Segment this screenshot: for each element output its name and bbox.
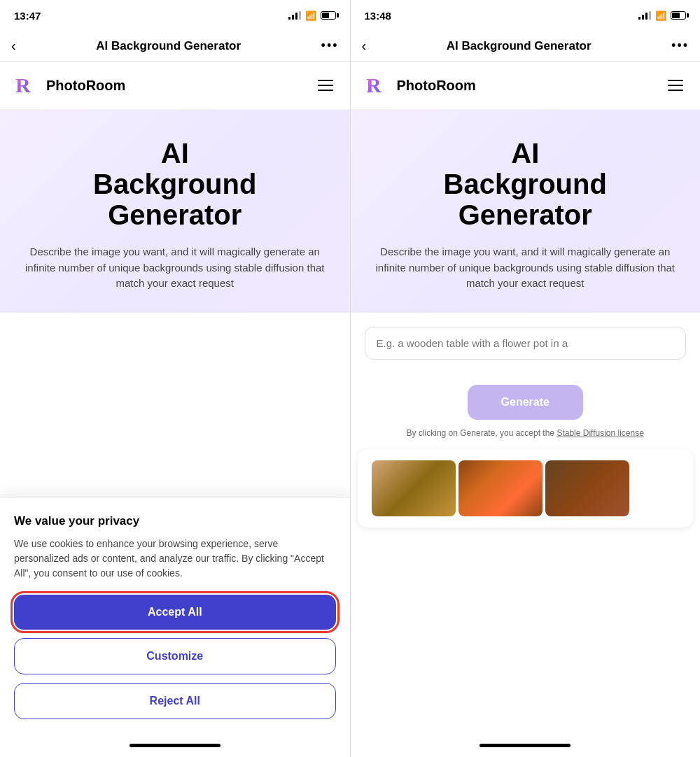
home-bar-right: [479, 744, 570, 747]
generate-notice-text: By clicking on Generate, you accept the: [407, 428, 557, 438]
app-logo-left: R PhotoRoom: [14, 73, 125, 98]
stable-diffusion-link[interactable]: Stable Diffusion license: [556, 428, 644, 438]
more-button-right[interactable]: •••: [671, 38, 689, 53]
photoroom-logo-icon-right: R: [365, 73, 390, 98]
reject-all-button[interactable]: Reject All: [14, 683, 336, 719]
nav-title-right: AI Background Generator: [447, 39, 592, 53]
generate-section: Generate By clicking on Generate, you ac…: [351, 374, 701, 449]
status-indicators-left: 📶: [288, 10, 336, 21]
svg-text:R: R: [15, 73, 31, 97]
app-name-right: PhotoRoom: [397, 78, 476, 94]
svg-text:R: R: [366, 73, 382, 97]
right-panel: 13:48 📶 ‹ AI Background Generator •••: [351, 0, 701, 757]
image-thumb-3[interactable]: [545, 460, 629, 516]
signal-icon: [288, 11, 301, 20]
generate-button[interactable]: Generate: [468, 385, 583, 420]
battery-icon: [321, 11, 336, 20]
home-indicator-left: [0, 733, 350, 757]
menu-button-left[interactable]: [315, 77, 336, 94]
home-bar-left: [130, 744, 220, 747]
battery-icon-right: [671, 11, 686, 20]
home-indicator-right: [351, 733, 701, 757]
photoroom-logo-icon: R: [14, 73, 39, 98]
cookie-banner-title: We value your privacy: [14, 514, 336, 528]
page-content-left: AIBackgroundGenerator Describe the image…: [0, 110, 350, 733]
hero-section-left: AIBackgroundGenerator Describe the image…: [0, 110, 350, 313]
hero-title-left: AIBackgroundGenerator: [21, 138, 329, 230]
back-button-right[interactable]: ‹: [362, 38, 367, 54]
cookie-banner-text: We use cookies to enhance your browsing …: [14, 537, 336, 581]
hero-desc-left: Describe the image you want, and it will…: [21, 244, 329, 292]
status-bar-right: 13:48 📶: [351, 0, 701, 31]
hero-title-right: AIBackgroundGenerator: [372, 138, 680, 230]
generate-notice: By clicking on Generate, you accept the …: [407, 428, 644, 438]
menu-button-right[interactable]: [665, 77, 686, 94]
time-right: 13:48: [365, 10, 391, 22]
signal-icon-right: [638, 11, 651, 20]
time-left: 13:47: [14, 10, 41, 22]
page-content-right: AIBackgroundGenerator Describe the image…: [351, 110, 701, 733]
hero-section-right: AIBackgroundGenerator Describe the image…: [351, 110, 701, 313]
customize-button[interactable]: Customize: [14, 638, 336, 674]
app-name-left: PhotoRoom: [46, 78, 125, 94]
image-grid: [358, 449, 694, 528]
more-button-left[interactable]: •••: [321, 38, 339, 53]
app-header-right: R PhotoRoom: [351, 62, 701, 110]
nav-bar-right: ‹ AI Background Generator •••: [351, 31, 701, 62]
wifi-icon-right: 📶: [655, 10, 666, 21]
app-logo-right: R PhotoRoom: [365, 73, 476, 98]
cookie-banner: We value your privacy We use cookies to …: [0, 497, 350, 733]
accept-all-button[interactable]: Accept All: [14, 595, 336, 630]
hero-desc-right: Describe the image you want, and it will…: [372, 244, 680, 292]
left-panel: 13:47 📶 ‹ AI Background Generator •••: [0, 0, 350, 757]
prompt-input[interactable]: [365, 327, 687, 360]
app-header-left: R PhotoRoom: [0, 62, 350, 110]
nav-title-left: AI Background Generator: [96, 39, 241, 53]
input-section: [351, 313, 701, 374]
back-button-left[interactable]: ‹: [11, 38, 16, 54]
status-indicators-right: 📶: [638, 10, 686, 21]
status-bar-left: 13:47 📶: [0, 0, 350, 31]
wifi-icon: 📶: [305, 10, 316, 21]
image-thumb-1[interactable]: [372, 460, 456, 516]
nav-bar-left: ‹ AI Background Generator •••: [0, 31, 350, 62]
image-thumb-2[interactable]: [458, 460, 542, 516]
